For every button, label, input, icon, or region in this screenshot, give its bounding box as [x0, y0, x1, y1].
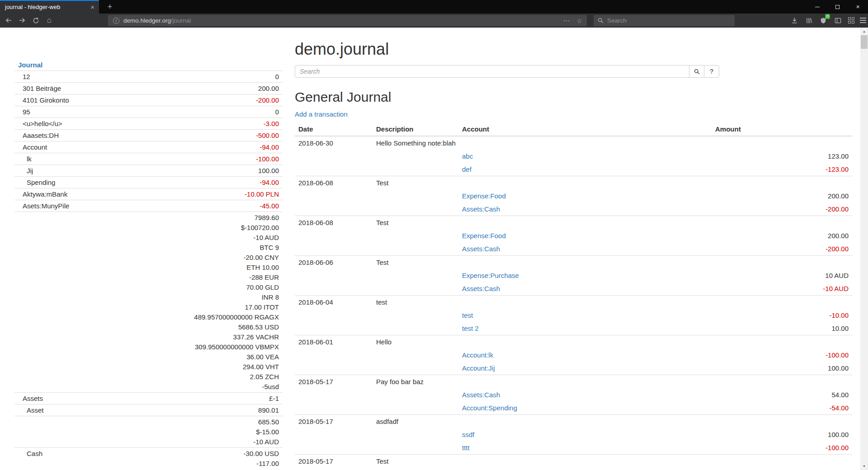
- journal-link[interactable]: Journal: [18, 61, 42, 69]
- transaction-date: 2018-06-08: [295, 216, 373, 230]
- sidebar-accounts-table: Journal 12 0 301 Beiträge 200.00 4101 Gi…: [14, 59, 283, 469]
- balance-amount: BTC 9: [122, 244, 279, 251]
- date-column-header: Date: [295, 122, 373, 136]
- scroll-down-arrow-icon[interactable]: ▼: [860, 462, 868, 470]
- posting-account-link[interactable]: Account:Spending: [462, 404, 517, 412]
- account-name[interactable]: Aktywa:mBank: [14, 188, 118, 200]
- tab-close-icon[interactable]: ×: [86, 3, 99, 11]
- account-balance: -30.00 USD-117.00: [118, 448, 283, 470]
- bookmark-star-icon[interactable]: ☆: [576, 17, 582, 24]
- posting-account-link[interactable]: Expense:Purchase: [462, 272, 519, 279]
- site-info-icon[interactable]: i: [113, 18, 119, 24]
- search-button[interactable]: [689, 65, 704, 78]
- download-icon: [791, 17, 798, 24]
- downloads-button[interactable]: [788, 14, 801, 27]
- transaction-row[interactable]: 2018-06-01 Hello: [295, 335, 852, 349]
- page-actions-icon[interactable]: ⋯: [563, 17, 570, 25]
- scroll-up-arrow-icon[interactable]: ▲: [860, 28, 868, 35]
- transaction-row[interactable]: 2018-06-04 test: [295, 296, 852, 309]
- posting-account-link[interactable]: Assets:Cash: [462, 205, 500, 213]
- account-name[interactable]: Cash: [14, 448, 118, 470]
- browser-tab[interactable]: journal - hledger-web ×: [0, 0, 99, 14]
- transaction-row[interactable]: 2018-06-08 Test: [295, 216, 852, 230]
- posting-account-link[interactable]: Assets:Cash: [462, 245, 500, 253]
- account-name[interactable]: Jij: [14, 165, 118, 177]
- window-close-button[interactable]: ×: [848, 0, 868, 14]
- account-name[interactable]: Asset: [14, 404, 118, 416]
- account-name[interactable]: <u>hello</u>: [14, 118, 118, 130]
- menu-button[interactable]: [856, 14, 868, 27]
- account-name[interactable]: Aaasets:DH: [14, 130, 118, 141]
- posting-account-link[interactable]: Assets:Cash: [462, 285, 500, 292]
- account-name[interactable]: Assets: [14, 393, 118, 404]
- vertical-scrollbar[interactable]: ▲ ▼: [860, 28, 868, 470]
- posting-account-link[interactable]: Account:lk: [462, 351, 493, 359]
- balance-amount: -288 EUR: [122, 273, 279, 281]
- extension-button[interactable]: 0: [816, 14, 830, 27]
- account-name[interactable]: Account: [14, 141, 118, 153]
- transaction-row[interactable]: 2018-06-06 Test: [295, 256, 852, 269]
- posting-account-link[interactable]: test 2: [462, 324, 479, 332]
- posting-account-link[interactable]: def: [462, 165, 472, 173]
- posting-amount: -10 AUD: [712, 282, 852, 296]
- add-transaction-link[interactable]: Add a transaction: [295, 110, 348, 118]
- posting-account-link[interactable]: abc: [462, 152, 473, 160]
- posting-account-link[interactable]: Expense:Food: [462, 192, 506, 200]
- account-name[interactable]: 12: [14, 71, 118, 83]
- transaction-date: 2018-05-17: [295, 415, 373, 428]
- posting-account-link[interactable]: tttt: [462, 444, 470, 451]
- description-column-header: Description: [373, 122, 458, 136]
- reload-button[interactable]: [29, 14, 42, 27]
- transaction-date: 2018-05-17: [295, 375, 373, 389]
- sidebar-toggle-button[interactable]: [831, 14, 844, 27]
- window-maximize-button[interactable]: [827, 0, 848, 14]
- browser-search-input[interactable]: Search: [594, 15, 735, 26]
- posting-account-link[interactable]: Account:Jij: [462, 364, 495, 372]
- journal-search-input[interactable]: [295, 65, 689, 78]
- transaction-row[interactable]: 2018-06-08 Test: [295, 176, 852, 190]
- transaction-row[interactable]: 2018-05-17 asdfadf: [295, 415, 852, 428]
- posting-amount: -10.00: [712, 309, 852, 322]
- account-name[interactable]: 95: [14, 106, 118, 118]
- window-minimize-button[interactable]: [807, 0, 827, 14]
- url-bar[interactable]: i demo.hledger.org /journal ⋯ ☆: [108, 15, 587, 26]
- account-name[interactable]: 301 Beiträge: [14, 83, 118, 94]
- balance-amount: -94.00: [122, 143, 279, 151]
- account-name[interactable]: lk: [14, 153, 118, 165]
- posting-amount: 54.00: [712, 388, 852, 401]
- scrollbar-thumb[interactable]: [861, 35, 868, 49]
- forward-button[interactable]: [15, 14, 29, 27]
- balance-amount: 100.00: [122, 167, 279, 174]
- account-row: Assets £-1: [14, 393, 283, 404]
- account-name[interactable]: Spending: [14, 177, 118, 188]
- account-name[interactable]: Asets:MunyPile: [14, 200, 118, 212]
- back-button[interactable]: [2, 14, 15, 27]
- account-name[interactable]: [14, 416, 118, 448]
- balance-amount: -117.00: [122, 460, 279, 467]
- sidebar-icon: [835, 17, 841, 24]
- search-help-button[interactable]: ?: [704, 65, 719, 78]
- transaction-row[interactable]: 2018-06-30 Hello Something note:blah: [295, 136, 852, 150]
- balance-amount: 200.00: [122, 85, 279, 92]
- transaction-row[interactable]: 2018-05-17 Test: [295, 455, 852, 468]
- transaction-description: Pay foo bar baz: [373, 375, 852, 389]
- posting-account-link[interactable]: Expense:Food: [462, 232, 506, 240]
- posting-account-link[interactable]: ssdf: [462, 431, 475, 438]
- home-button[interactable]: ⌂: [42, 14, 56, 27]
- transaction-date: 2018-05-17: [295, 455, 373, 468]
- posting-amount: 123.00: [712, 150, 852, 163]
- balance-amount: -10 AUD: [122, 438, 279, 446]
- posting-amount: -200.00: [712, 202, 852, 216]
- balance-amount: 70.00 GLD: [122, 283, 279, 291]
- account-name[interactable]: [14, 212, 118, 393]
- posting-account-link[interactable]: test: [462, 311, 473, 319]
- account-name[interactable]: 4101 Girokonto: [14, 94, 118, 106]
- new-tab-button[interactable]: +: [103, 0, 117, 14]
- journal-header-row: Date Description Account Amount: [295, 122, 852, 136]
- balance-amount: -200.00: [122, 96, 279, 104]
- posting-account-link[interactable]: Assets:Cash: [462, 391, 500, 399]
- account-row: <u>hello</u> -3.00: [14, 118, 283, 130]
- url-path: /journal: [171, 17, 191, 24]
- library-button[interactable]: [802, 14, 816, 27]
- transaction-row[interactable]: 2018-05-17 Pay foo bar baz: [295, 375, 852, 389]
